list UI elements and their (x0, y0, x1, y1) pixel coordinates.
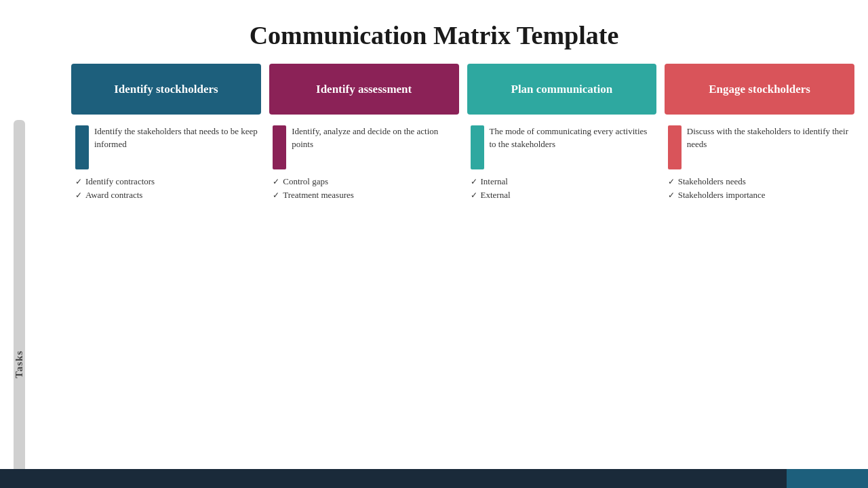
tasks-desc-col3: The mode of communicating every activiti… (471, 125, 654, 169)
check-icon: ✓ (75, 177, 82, 187)
col-header-col3: Plan communication (467, 64, 657, 115)
col-header-col2: Identify assessment (269, 64, 459, 115)
tasks-desc-text-col4: Discuss with the stakeholders to identif… (687, 125, 852, 151)
col-header-wrap-col1: Identify stockholders (71, 64, 261, 115)
tasks-cell-col2: Identify, analyze and decide on the acti… (270, 120, 459, 488)
bottom-bar-accent (787, 469, 868, 488)
col-header-wrap-col2: Identify assessment (269, 64, 459, 115)
tasks-row: Tasks Identify the stakeholders that nee… (14, 120, 854, 488)
tasks-cell-col1: Identify the stakeholders that needs to … (73, 120, 262, 488)
tasks-desc-col2: Identify, analyze and decide on the acti… (273, 125, 456, 169)
check-text: Identify contractors (85, 176, 155, 187)
check-text: Stakeholders needs (678, 176, 746, 187)
tasks-desc-text-col1: Identify the stakeholders that needs to … (94, 125, 259, 151)
check-icon: ✓ (471, 177, 477, 187)
tasks-checklist-col4: ✓Stakeholders needs✓Stakeholders importa… (668, 176, 852, 201)
main-content: Identify stockholdersIdentify assessment… (0, 64, 868, 488)
bottom-bar (0, 469, 868, 488)
list-item: ✓Control gaps (273, 176, 456, 187)
tasks-desc-col4: Discuss with the stakeholders to identif… (668, 125, 852, 169)
tasks-checklist-col3: ✓Internal✓External (471, 176, 654, 201)
list-item: ✓Award contracts (75, 190, 259, 201)
col-header-col1: Identify stockholders (71, 64, 261, 115)
page-title: Communication Matrix Template (0, 0, 868, 64)
list-item: ✓Stakeholders needs (668, 176, 852, 187)
check-icon: ✓ (273, 177, 279, 187)
tasks-desc-col1: Identify the stakeholders that needs to … (75, 125, 259, 169)
check-text: Internal (481, 176, 508, 187)
tasks-color-block-col1 (75, 125, 89, 169)
list-item: ✓Identify contractors (75, 176, 259, 187)
check-icon: ✓ (668, 190, 675, 201)
tasks-checklist-col1: ✓Identify contractors✓Award contracts (75, 176, 259, 201)
check-text: Treatment measures (283, 190, 354, 201)
col-header-col4: Engage stockholders (665, 64, 854, 115)
list-item: ✓Internal (471, 176, 654, 187)
tasks-label-wrap: Tasks (14, 120, 64, 488)
list-item: ✓Treatment measures (273, 190, 456, 201)
tasks-cell-col3: The mode of communicating every activiti… (468, 120, 657, 488)
tasks-cell-col4: Discuss with the stakeholders to identif… (665, 120, 854, 488)
check-text: External (481, 190, 511, 201)
tasks-color-block-col4 (668, 125, 682, 169)
tasks-desc-text-col2: Identify, analyze and decide on the acti… (292, 125, 456, 151)
check-icon: ✓ (273, 190, 279, 201)
check-icon: ✓ (471, 190, 477, 201)
header-row: Identify stockholdersIdentify assessment… (71, 64, 854, 115)
tasks-cells: Identify the stakeholders that needs to … (73, 120, 854, 488)
tasks-color-block-col2 (273, 125, 286, 169)
check-icon: ✓ (668, 177, 675, 187)
check-icon: ✓ (75, 190, 82, 201)
tasks-desc-text-col3: The mode of communicating every activiti… (490, 125, 654, 151)
col-header-wrap-col4: Engage stockholders (665, 64, 854, 115)
tasks-checklist-col2: ✓Control gaps✓Treatment measures (273, 176, 456, 201)
list-item: ✓Stakeholders importance (668, 190, 852, 201)
tasks-label: Tasks (14, 120, 25, 488)
check-text: Award contracts (85, 190, 142, 201)
check-text: Stakeholders importance (678, 190, 766, 201)
list-item: ✓External (471, 190, 654, 201)
col-header-wrap-col3: Plan communication (467, 64, 657, 115)
check-text: Control gaps (283, 176, 328, 187)
tasks-color-block-col3 (471, 125, 484, 169)
